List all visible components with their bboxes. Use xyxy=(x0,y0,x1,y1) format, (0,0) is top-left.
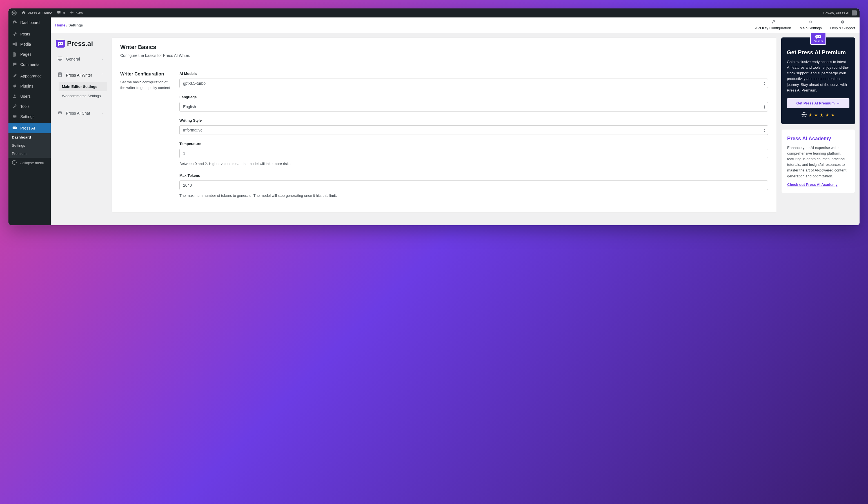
label-writing-style: Writing Style xyxy=(179,118,768,123)
star-half-icon: ★ xyxy=(831,112,835,118)
nav-general[interactable]: General ⌄ xyxy=(54,53,107,65)
academy-link[interactable]: Check out Press AI Academy xyxy=(787,182,838,187)
card-title: Writer Basics xyxy=(120,44,768,50)
breadcrumb-home[interactable]: Home xyxy=(55,23,65,27)
howdy-text[interactable]: Howdy, Press AI xyxy=(823,11,849,15)
svg-text:?: ? xyxy=(842,21,844,23)
section-title: Writer Configuration xyxy=(120,72,171,76)
new-link[interactable]: New xyxy=(70,10,83,16)
submenu-premium[interactable]: Premium xyxy=(9,149,51,158)
comments-link[interactable]: 0 xyxy=(56,10,65,16)
sidebar-item-comments[interactable]: Comments xyxy=(9,60,51,70)
star-icon: ★ xyxy=(814,112,818,118)
svg-point-4 xyxy=(13,117,15,118)
help-max-tokens: The maximum number of tokens to generate… xyxy=(179,193,768,199)
admin-sidebar: Dashboard Posts Media Pages Comments xyxy=(9,18,51,225)
wp-logo-icon[interactable] xyxy=(11,10,17,16)
wp-badge-icon xyxy=(802,112,807,118)
sidebar-item-settings[interactable]: Settings xyxy=(9,112,51,122)
label-ai-models: AI Models xyxy=(179,72,768,76)
nav-main-editor[interactable]: Main Editor Settings xyxy=(59,82,107,91)
nav-writer[interactable]: Press AI Writer ⌃ xyxy=(54,69,107,81)
svg-point-14 xyxy=(61,43,62,44)
submenu-dashboard[interactable]: Dashboard xyxy=(9,133,51,141)
avatar[interactable] xyxy=(852,10,857,15)
robot-icon xyxy=(58,110,63,116)
sidebar-item-pages[interactable]: Pages xyxy=(9,49,51,60)
svg-rect-17 xyxy=(59,112,62,114)
sidebar-item-appearance[interactable]: Appearance xyxy=(9,71,51,81)
settings-card: Writer Basics Configure the basics for P… xyxy=(112,38,777,212)
brush-icon xyxy=(12,73,18,79)
pressai-logo: Press.ai xyxy=(56,40,105,48)
plug-icon xyxy=(12,83,18,89)
input-temperature[interactable] xyxy=(179,149,768,158)
sidebar-item-dashboard[interactable]: Dashboard xyxy=(9,18,51,28)
svg-rect-5 xyxy=(13,127,17,129)
submenu-settings[interactable]: Settings xyxy=(9,141,51,149)
key-icon xyxy=(771,20,775,25)
svg-point-13 xyxy=(59,43,60,44)
dashboard-icon xyxy=(12,20,18,25)
svg-point-22 xyxy=(819,36,819,37)
star-icon: ★ xyxy=(825,112,829,118)
select-writing-style[interactable]: Informative xyxy=(179,125,768,135)
svg-point-6 xyxy=(13,127,14,128)
nav-chat[interactable]: Press AI Chat ⌄ xyxy=(54,107,107,119)
sidebar-item-users[interactable]: Users xyxy=(9,91,51,101)
svg-point-1 xyxy=(14,95,15,96)
comment-icon xyxy=(12,62,18,67)
svg-point-7 xyxy=(15,127,16,128)
top-nav: Home / Settings API Key Configuration Ma… xyxy=(51,18,859,33)
svg-point-21 xyxy=(816,36,817,37)
svg-rect-20 xyxy=(815,35,821,38)
nav-woo[interactable]: Woocommerce Settings xyxy=(59,91,107,101)
collapse-icon xyxy=(12,160,17,166)
premium-button[interactable]: Get Press AI Premium → xyxy=(787,98,849,108)
select-language[interactable]: English xyxy=(179,102,768,112)
user-icon xyxy=(12,94,18,99)
wrench-icon xyxy=(12,104,18,109)
academy-title: Press AI Academy xyxy=(787,136,849,141)
settings-sidebar: Press.ai General ⌄ Press AI Writer xyxy=(51,38,107,119)
doc-icon xyxy=(58,72,63,78)
chevron-down-icon: ⌄ xyxy=(101,111,104,115)
svg-point-19 xyxy=(60,112,61,113)
label-language: Language xyxy=(179,95,768,99)
select-ai-models[interactable]: gpt-3.5-turbo xyxy=(179,78,768,88)
sliders-icon xyxy=(12,114,18,119)
svg-point-2 xyxy=(13,115,15,116)
input-max-tokens[interactable] xyxy=(179,180,768,190)
premium-text: Gain exclusive early access to latest AI… xyxy=(787,59,849,93)
sidebar-item-pressai[interactable]: Press AI xyxy=(9,123,51,133)
section-desc: Set the basic configuration of the write… xyxy=(120,80,171,91)
tab-api-key[interactable]: API Key Configuration xyxy=(755,19,791,31)
logo-chip-icon xyxy=(56,40,65,48)
site-title-link[interactable]: Press.AI Demo xyxy=(21,10,52,16)
sidebar-item-media[interactable]: Media xyxy=(9,39,51,49)
academy-text: Enhance your AI expertise with our compr… xyxy=(787,145,849,179)
label-temperature: Temperature xyxy=(179,141,768,146)
comment-icon xyxy=(56,10,61,16)
premium-rating: ★ ★ ★ ★ ★ xyxy=(787,112,849,118)
svg-point-3 xyxy=(15,116,16,117)
collapse-menu[interactable]: Collapse menu xyxy=(9,158,51,168)
sidebar-label: Dashboard xyxy=(20,20,40,25)
admin-bar: Press.AI Demo 0 New Howdy, Press AI xyxy=(9,9,859,18)
pages-icon xyxy=(12,52,18,57)
svg-rect-15 xyxy=(58,57,62,60)
sidebar-item-plugins[interactable]: Plugins xyxy=(9,81,51,91)
arrow-right-icon: → xyxy=(836,101,840,105)
sidebar-item-tools[interactable]: Tools xyxy=(9,101,51,112)
svg-rect-12 xyxy=(58,42,63,45)
premium-title: Get Press AI Premium xyxy=(787,49,849,56)
breadcrumb-current: Settings xyxy=(69,23,83,27)
star-icon: ★ xyxy=(819,112,824,118)
breadcrumb: Home / Settings xyxy=(55,23,83,27)
academy-card: Press AI Academy Enhance your AI experti… xyxy=(781,129,855,193)
sidebar-item-posts[interactable]: Posts xyxy=(9,29,51,39)
svg-point-18 xyxy=(59,112,60,113)
tab-main-settings[interactable]: Main Settings xyxy=(799,19,822,31)
home-icon xyxy=(21,10,26,16)
tab-help[interactable]: ? Help & Support xyxy=(830,19,855,31)
